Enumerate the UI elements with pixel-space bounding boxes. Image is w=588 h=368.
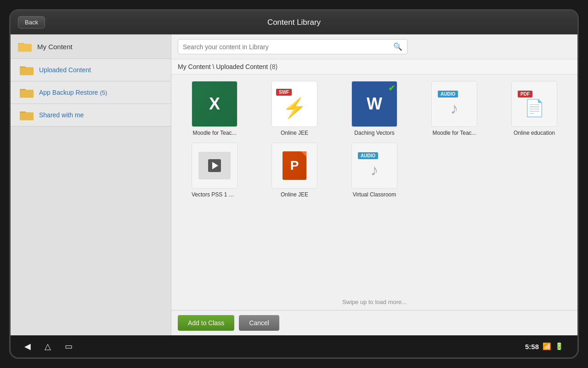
- item-label: Online education: [514, 130, 555, 136]
- tablet-frame: Back Content Library My Content Uplo: [9, 9, 579, 359]
- sidebar-item-shared[interactable]: Shared with me: [11, 104, 171, 126]
- bottom-bar: Add to Class Cancel: [171, 310, 577, 335]
- search-icon: 🔍: [393, 42, 402, 51]
- back-button[interactable]: Back: [18, 16, 45, 29]
- music-icon-2: ♪: [371, 161, 379, 179]
- folder-icon-mycontent: [18, 41, 32, 52]
- item-thumbnail: W ✔: [351, 81, 397, 127]
- search-input-wrapper[interactable]: 🔍: [178, 39, 407, 54]
- item-label: Virtual Classroom: [353, 191, 396, 198]
- add-to-class-button[interactable]: Add to Class: [178, 315, 234, 331]
- folder-icon-shared: [20, 109, 34, 121]
- battery-icon: 🔋: [555, 342, 564, 351]
- list-item[interactable]: X Moodle for Teac...: [178, 81, 251, 136]
- sidebar-item-uploaded-label: Uploaded Content: [39, 66, 91, 74]
- back-nav-icon[interactable]: ◀: [24, 341, 31, 351]
- list-item[interactable]: PDF 📄 Online education: [498, 81, 571, 136]
- list-item[interactable]: AUDIO ♪ Virtual Classroom: [338, 143, 411, 198]
- recents-nav-icon[interactable]: ▭: [65, 341, 73, 351]
- item-label: Moodle for Teac...: [432, 130, 476, 136]
- item-thumbnail: AUDIO ♪: [351, 143, 397, 189]
- item-thumbnail: P: [271, 143, 317, 189]
- flash-icon: ⚡: [283, 97, 306, 119]
- sidebar: My Content Uploaded Content App Backup R…: [11, 34, 171, 335]
- sidebar-my-content: My Content: [11, 34, 171, 59]
- item-label: Vectors PSS 1 Que: [192, 191, 237, 198]
- swipe-hint: Swipe up to load more...: [171, 294, 577, 310]
- sidebar-item-backup-label: App Backup Restore: [39, 89, 98, 96]
- android-nav-bar: ◀ △ ▭ 5:58 📶 🔋: [11, 335, 577, 357]
- item-label: Online JEE: [281, 130, 308, 136]
- breadcrumb-count: (8): [270, 63, 277, 70]
- folder-icon-backup: [20, 87, 34, 98]
- item-thumbnail: [192, 143, 237, 189]
- search-input[interactable]: [183, 43, 393, 51]
- breadcrumb-path: My Content \ Uploaded Content: [178, 63, 268, 70]
- sidebar-item-backup-count: (5): [100, 89, 107, 96]
- folder-icon-uploaded: [20, 64, 34, 75]
- search-bar: 🔍: [171, 34, 577, 59]
- item-label: Moodle for Teac...: [192, 130, 236, 136]
- cancel-button[interactable]: Cancel: [239, 315, 279, 331]
- items-grid: X Moodle for Teac... SWF ⚡ Online JEE: [171, 75, 577, 294]
- item-label: Daching Vectors: [354, 130, 394, 136]
- svg-rect-11: [20, 112, 34, 120]
- checkmark-icon: ✔: [388, 83, 395, 93]
- time-display: 5:58: [525, 343, 539, 351]
- my-content-label: My Content: [37, 43, 73, 51]
- main-area: My Content Uploaded Content App Backup R…: [11, 34, 577, 335]
- content-panel: 🔍 My Content \ Uploaded Content (8) X Mo…: [171, 34, 577, 335]
- item-thumbnail: SWF ⚡: [271, 81, 317, 127]
- home-nav-icon[interactable]: △: [45, 341, 51, 351]
- item-thumbnail: PDF 📄: [511, 81, 557, 127]
- nav-icons: ◀ △ ▭: [24, 341, 73, 351]
- sidebar-item-shared-label: Shared with me: [39, 111, 84, 119]
- sidebar-item-backup[interactable]: App Backup Restore (5): [11, 81, 171, 104]
- audio-badge-2: AUDIO: [358, 152, 378, 159]
- list-item[interactable]: Vectors PSS 1 Que: [178, 143, 251, 198]
- item-label: Online JEE: [281, 191, 308, 198]
- item-thumbnail: AUDIO ♪: [431, 81, 477, 127]
- pdf-icon: 📄: [524, 98, 545, 118]
- top-bar: Back Content Library: [11, 11, 577, 34]
- item-thumbnail: X: [192, 81, 237, 127]
- status-bar-right: 5:58 📶 🔋: [525, 342, 564, 351]
- music-icon: ♪: [451, 99, 458, 117]
- page-title: Content Library: [267, 18, 321, 27]
- wifi-icon: 📶: [543, 342, 551, 351]
- svg-rect-2: [18, 44, 32, 52]
- play-icon: [208, 159, 221, 172]
- breadcrumb: My Content \ Uploaded Content (8): [171, 59, 577, 75]
- list-item[interactable]: SWF ⚡ Online JEE: [258, 81, 331, 136]
- list-item[interactable]: P Online JEE: [258, 143, 331, 198]
- list-item[interactable]: W ✔ Daching Vectors: [338, 81, 411, 136]
- svg-rect-5: [20, 67, 34, 75]
- audio-badge: AUDIO: [438, 91, 458, 98]
- film-strip: [198, 152, 231, 179]
- sidebar-item-uploaded[interactable]: Uploaded Content: [11, 59, 171, 81]
- list-item[interactable]: AUDIO ♪ Moodle for Teac...: [418, 81, 491, 136]
- svg-rect-8: [20, 90, 34, 98]
